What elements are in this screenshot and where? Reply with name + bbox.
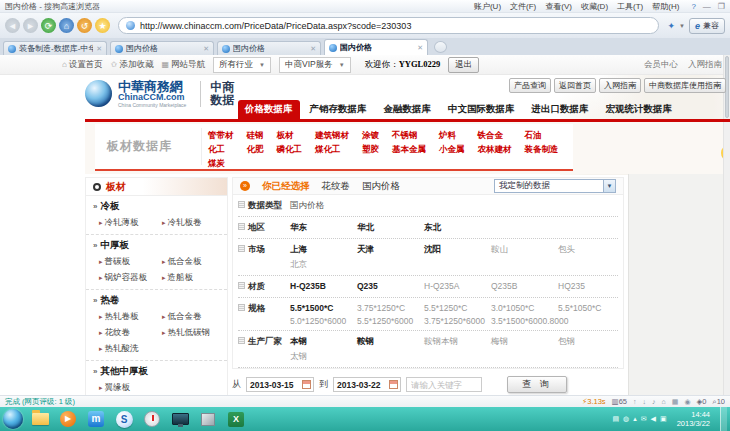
industries-dropdown[interactable]: 所有行业▼ xyxy=(213,57,271,73)
my-custom-data-dropdown[interactable]: 我定制的数据 ▼ xyxy=(494,179,616,193)
cat-link-agri-building[interactable]: 农林建材 xyxy=(478,144,512,156)
sidebar-item-checkered-coil[interactable]: ▸花纹卷 xyxy=(99,327,162,339)
sidebar-item-hot-rolled-coil[interactable]: ▸热轧卷板 xyxy=(99,311,162,323)
filter-value[interactable]: 3.75*1250*6000 xyxy=(424,316,491,326)
sidebar-item-hot-rolled-low-carbon[interactable]: ▸热轧低碳钢 xyxy=(162,327,225,339)
sidebar-section-cold-plate[interactable]: »冷板 xyxy=(86,196,227,215)
sidebar-item-cold-rolled-sheet[interactable]: ▸冷轧薄板 xyxy=(99,217,162,229)
filter-value[interactable]: 5.5*1250*6000 xyxy=(357,316,424,326)
date-from-input[interactable]: 2013-03-15 xyxy=(246,377,314,392)
download-icon[interactable]: ↓ xyxy=(643,398,647,405)
sidebar-item-boiler-vessel-plate[interactable]: ▸锅炉容器板 xyxy=(99,272,162,284)
nav-macro-stats-db[interactable]: 宏观统计数据库 xyxy=(599,100,680,119)
filter-value[interactable]: 鞍钢本钢 xyxy=(424,336,491,348)
filter-value[interactable]: 3.75*1250*C xyxy=(357,303,424,313)
sidebar-item-flange-plate[interactable]: ▸翼缘板 xyxy=(99,382,162,394)
tray-safety-icon[interactable]: ▣ xyxy=(660,415,667,423)
calendar-icon[interactable] xyxy=(302,380,311,389)
filter-value[interactable]: 上海 xyxy=(290,244,357,256)
filter-value[interactable]: 5.5*1250*C xyxy=(424,303,491,313)
tab-close-icon[interactable]: ✕ xyxy=(310,45,316,53)
address-dropdown-icon[interactable]: ▼ xyxy=(679,23,685,29)
date-to-input[interactable]: 2013-03-22 xyxy=(333,377,401,392)
minimize-button[interactable]: — xyxy=(703,2,711,11)
cat-link-chemical[interactable]: 化工 xyxy=(208,144,234,156)
sidebar-section-hot-coil[interactable]: »热卷 xyxy=(86,290,227,309)
filter-value[interactable]: 天津 xyxy=(357,244,424,256)
nav-international-db[interactable]: 中文国际数据库 xyxy=(441,100,522,119)
home-status-icon[interactable]: ⌂ xyxy=(662,398,666,405)
logout-button[interactable]: 退出 xyxy=(448,57,479,73)
address-bar[interactable]: http://www.chinaccm.com/PriceData/PriceD… xyxy=(118,17,659,34)
url-text[interactable]: http://www.chinaccm.com/PriceData/PriceD… xyxy=(140,21,411,31)
extensions-icon[interactable]: ✦ xyxy=(667,21,675,31)
set-home-link[interactable]: ⌂设置首页 xyxy=(62,59,103,71)
keyword-input[interactable] xyxy=(406,377,482,392)
display-app-taskbar-icon[interactable] xyxy=(169,409,191,429)
site-nav-link[interactable]: ▦网站导航 xyxy=(162,59,206,71)
tab-close-icon[interactable]: ✕ xyxy=(203,45,209,53)
tab-close-icon[interactable]: ✕ xyxy=(96,45,102,53)
tab-close-icon[interactable]: ✕ xyxy=(417,44,423,52)
upload-icon[interactable]: ↑ xyxy=(633,398,637,405)
installer-taskbar-icon[interactable] xyxy=(197,409,219,429)
cat-link-stainless[interactable]: 不锈钢 xyxy=(392,130,426,142)
eye-icon[interactable]: ◉ xyxy=(684,398,690,406)
tab-domestic-price-active[interactable]: 国内价格 ✕ xyxy=(324,39,428,55)
filter-value[interactable]: H-Q235A xyxy=(424,281,491,291)
filter-value[interactable]: 北京 xyxy=(290,259,357,271)
cat-link-phosphorus[interactable]: 磷化工 xyxy=(277,144,303,156)
nav-price-db[interactable]: 价格数据库 xyxy=(238,100,300,119)
back-button[interactable]: ◄ xyxy=(5,18,20,33)
sidebar-section-medium-plate[interactable]: »中厚板 xyxy=(86,235,227,254)
cat-link-silicon-steel[interactable]: 硅钢 xyxy=(247,130,264,142)
filter-value[interactable]: H-Q235B xyxy=(290,281,357,291)
filter-value[interactable]: 3.0*1050*C xyxy=(491,303,558,313)
new-tab-button[interactable] xyxy=(434,41,447,53)
compatibility-mode-button[interactable]: e 兼容 xyxy=(689,18,725,34)
filter-value[interactable]: 华东 xyxy=(290,222,357,234)
refresh-button[interactable]: ⟳ xyxy=(41,18,56,33)
restore-button[interactable]: ❐ xyxy=(718,2,725,11)
filter-value[interactable]: 鞍山 xyxy=(491,244,558,256)
menu-file[interactable]: 文件(F) xyxy=(510,1,536,12)
cat-link-coal[interactable]: 煤炭 xyxy=(208,158,234,170)
cat-link-minor-metals[interactable]: 小金属 xyxy=(439,144,465,156)
taskbar-clock[interactable]: 14:44 2013/3/22 xyxy=(677,410,710,429)
home-button[interactable]: ⌂ xyxy=(59,18,74,33)
menu-tools[interactable]: 工具(T) xyxy=(617,1,643,12)
filter-value[interactable]: Q235B xyxy=(491,281,558,291)
speaker-icon[interactable]: ♪ xyxy=(652,398,656,405)
tab-domestic-price-1[interactable]: 国内价格 ✕ xyxy=(110,41,214,55)
sidebar-item-low-alloy-plate[interactable]: ▸低合金板 xyxy=(162,256,225,268)
cat-link-construction-steel[interactable]: 建筑钢材 xyxy=(315,130,349,142)
nav-import-export-db[interactable]: 进出口数据库 xyxy=(525,100,596,119)
filter-value[interactable]: Q235 xyxy=(357,281,424,291)
tray-app-icon[interactable]: ▤ xyxy=(612,415,619,423)
undo-closed-tab-button[interactable]: ↺ xyxy=(77,18,92,33)
tray-network-icon[interactable]: ◍ xyxy=(623,415,629,423)
filter-value[interactable]: 5.0*1250*6000 xyxy=(290,316,357,326)
tab-equipment-db[interactable]: 装备制造-数据库-中华商.. ✕ xyxy=(3,41,107,55)
sidebar-section-other-plate[interactable]: »其他中厚板 xyxy=(86,361,227,380)
filter-value[interactable]: 梅钢 xyxy=(491,336,558,348)
cat-link-coal-chemical[interactable]: 煤化工 xyxy=(315,144,349,156)
filter-value[interactable]: 华北 xyxy=(357,222,424,234)
sidebar-item-low-alloy-coil[interactable]: ▸低合金卷 xyxy=(162,311,225,323)
zoom-control[interactable]: ⌕10 xyxy=(712,397,725,407)
back-home-button[interactable]: 返回首页 xyxy=(554,78,596,93)
product-search-button[interactable]: 产品查询 xyxy=(509,78,551,93)
vip-services-dropdown[interactable]: 中商VIP服务▼ xyxy=(279,57,351,73)
calendar-icon[interactable] xyxy=(389,380,398,389)
filter-value[interactable]: 5.5*1500*C xyxy=(290,303,357,313)
nav-production-db[interactable]: 产销存数据库 xyxy=(303,100,374,119)
layout-icon[interactable]: ▦ xyxy=(672,398,679,406)
nav-finance-db[interactable]: 金融数据库 xyxy=(377,100,439,119)
sidebar-item-cold-rolled-coil[interactable]: ▸冷轧板卷 xyxy=(162,217,225,229)
tray-volume-icon[interactable]: ◀ xyxy=(651,415,656,423)
cat-link-base-metals[interactable]: 基本金属 xyxy=(392,144,426,156)
db-manual-button[interactable]: 中商数据库使用指南 xyxy=(644,78,726,93)
excel-taskbar-icon[interactable]: X xyxy=(225,409,247,429)
filter-value[interactable]: HQ235 xyxy=(558,281,625,291)
show-desktop-button[interactable] xyxy=(720,407,727,431)
